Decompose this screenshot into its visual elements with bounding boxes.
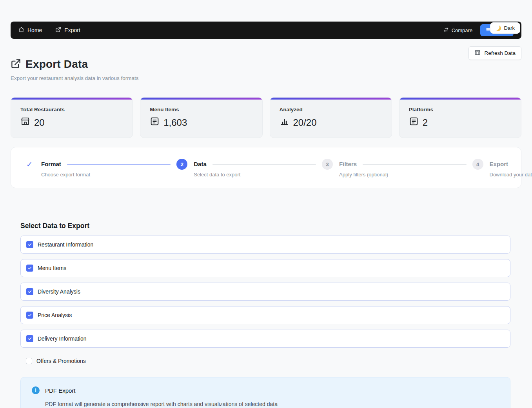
info-icon: i: [32, 386, 40, 394]
step-sublabel: Select data to export: [194, 172, 240, 178]
moon-icon: [496, 25, 501, 31]
title-row: Export Data: [11, 46, 521, 71]
stat-card-analyzed: Analyzed 20/20: [270, 97, 392, 138]
dark-toggle-label: Dark: [504, 25, 515, 31]
step-check-indicator: ✓: [24, 159, 35, 170]
stat-label: Menu Items: [150, 107, 252, 112]
step-sublabel: Apply filters (optional): [339, 172, 388, 178]
compare-arrows-icon: [443, 27, 449, 34]
step-connector: [212, 164, 316, 165]
page: Dark Home Export Compare Pages: [0, 22, 532, 408]
stat-card-total-restaurants: Total Restaurants 20: [11, 97, 133, 138]
step-label: Export: [490, 159, 508, 170]
refresh-data-button[interactable]: Refresh Data: [468, 46, 521, 60]
stat-value: 20/20: [293, 117, 317, 128]
table-icon: [474, 49, 481, 57]
menu-list-icon: [150, 116, 160, 129]
stat-card-platforms: Platforms 2: [399, 97, 521, 138]
page-subtitle: Export your restaurant analysis data in …: [11, 75, 521, 81]
option-label: Diversity Analysis: [38, 288, 80, 295]
step-connector: [363, 164, 466, 165]
option-price-analysis[interactable]: Price Analysis: [20, 306, 510, 324]
data-selection-section: Select Data to Export Restaurant Informa…: [11, 222, 521, 408]
step-filters[interactable]: 3 Filters Apply filters (optional): [322, 159, 357, 170]
nav-export[interactable]: Export: [55, 27, 80, 34]
checkbox-icon[interactable]: [26, 335, 33, 342]
option-label: Delivery Information: [38, 335, 87, 342]
checkbox-icon[interactable]: [26, 241, 33, 248]
stat-value: 20: [34, 117, 45, 128]
stat-label: Platforms: [409, 107, 512, 112]
checkbox-icon[interactable]: [26, 288, 33, 295]
step-label: Format: [41, 159, 61, 170]
pdf-export-info-panel: i PDF Export PDF format will generate a …: [20, 377, 510, 408]
option-label: Menu Items: [38, 265, 66, 271]
step-number-indicator: 2: [176, 159, 187, 170]
navbar-left: Home Export: [18, 27, 94, 34]
page-title: Export Data: [25, 58, 88, 71]
dark-mode-toggle[interactable]: Dark: [490, 22, 520, 34]
nav-compare-label: Compare: [452, 27, 472, 33]
refresh-data-label: Refresh Data: [484, 50, 516, 56]
checkbox-icon[interactable]: [26, 312, 33, 319]
step-sublabel: Choose export format: [41, 172, 90, 178]
option-delivery-information[interactable]: Delivery Information: [20, 330, 510, 348]
checkbox-icon[interactable]: [26, 265, 33, 272]
export-icon: [55, 27, 61, 34]
stat-label: Total Restaurants: [20, 107, 123, 112]
option-restaurant-information[interactable]: Restaurant Information: [20, 236, 510, 254]
stat-value: 2: [423, 117, 428, 128]
page-header: Refresh Data Export Data Export your res…: [11, 46, 521, 81]
option-label: Price Analysis: [38, 312, 72, 318]
option-label: Offers & Promotions: [36, 358, 86, 364]
step-sublabel: Download your data: [490, 172, 532, 178]
nav-home-label: Home: [27, 27, 42, 33]
bar-chart-icon: [280, 116, 289, 129]
storefront-icon: [20, 116, 30, 129]
option-offers-promotions[interactable]: Offers & Promotions: [20, 353, 510, 369]
option-label: Restaurant Information: [38, 241, 93, 248]
nav-export-label: Export: [64, 27, 80, 33]
menu-list-icon: [409, 116, 419, 129]
navbar: Home Export Compare Pages: [11, 22, 521, 39]
stat-card-menu-items: Menu Items 1,603: [140, 97, 262, 138]
stats-row: Total Restaurants 20 Menu Items 1,603 An…: [11, 97, 521, 138]
step-number-indicator: 3: [322, 159, 333, 170]
stat-value: 1,603: [163, 117, 187, 128]
step-label: Filters: [339, 159, 357, 170]
step-label: Data: [194, 159, 207, 170]
step-export[interactable]: 4 Export Download your data: [472, 159, 508, 170]
export-data-icon: [11, 58, 21, 71]
export-stepper: ✓ Format Choose export format 2 Data Sel…: [11, 147, 521, 188]
stat-label: Analyzed: [280, 107, 382, 112]
step-format[interactable]: ✓ Format Choose export format: [24, 159, 61, 170]
nav-compare[interactable]: Compare: [443, 27, 472, 34]
info-panel-title: PDF Export: [45, 387, 76, 394]
step-connector: [67, 164, 171, 165]
nav-home[interactable]: Home: [18, 27, 42, 34]
section-heading: Select Data to Export: [20, 222, 510, 230]
step-number-indicator: 4: [472, 159, 483, 170]
info-panel-body: PDF format will generate a comprehensive…: [45, 400, 499, 408]
option-diversity-analysis[interactable]: Diversity Analysis: [20, 283, 510, 301]
checkbox-icon[interactable]: [26, 358, 32, 364]
home-icon: [18, 27, 24, 34]
option-menu-items[interactable]: Menu Items: [20, 259, 510, 277]
step-data[interactable]: 2 Data Select data to export: [176, 159, 207, 170]
